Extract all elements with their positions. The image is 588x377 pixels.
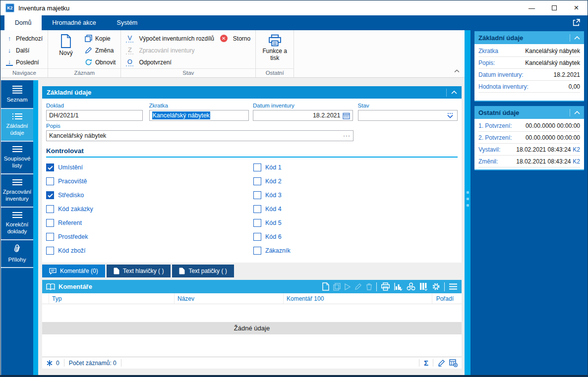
kontrolovat-heading: Kontrolovat (46, 147, 458, 158)
inventory-differences-button[interactable]: V Výpočet inventurních rozdílů (126, 33, 214, 44)
copy-button[interactable]: Kopie (85, 33, 116, 44)
grid-body[interactable]: Žádné údaje (42, 304, 462, 357)
checkbox-icon (46, 219, 54, 227)
info-row: 2. Potvrzení:00.00.0000 00:00:00 (478, 132, 580, 144)
next-label: Další (16, 47, 29, 54)
ribbon-collapse-button[interactable] (454, 66, 460, 75)
functions-print-button[interactable]: Funkce a tisk (261, 33, 289, 67)
arrow-up-icon: ↑ (6, 35, 13, 42)
process-inventory-button[interactable]: Z Zpracování inventury (126, 45, 250, 55)
record-count: Počet záznamů: 0 (69, 360, 117, 367)
sidebar-item-prilohy[interactable]: Přílohy (1, 240, 33, 268)
checkbox-kod-3[interactable]: Kód 3 (253, 191, 291, 199)
checkbox-kod-4[interactable]: Kód 4 (253, 205, 291, 213)
info-panel-other-header[interactable]: Ostatní údaje (474, 106, 584, 119)
checkbox-prostredek[interactable]: Prostředek (46, 233, 253, 241)
tab-text-hlavicky[interactable]: Text hlavičky ( ) (107, 265, 171, 277)
column-typ[interactable]: Typ (49, 293, 175, 304)
stav-input[interactable] (358, 110, 458, 121)
sidebar-item-zakladni-udaje[interactable]: Základní údaje (1, 109, 33, 142)
splitter-handle[interactable] (467, 191, 469, 207)
calendar-icon[interactable] (343, 112, 350, 119)
sidebar-item-seznam[interactable]: Seznam (1, 80, 33, 109)
info-row: Změnil:18.02.2021 08:43:24K2 (478, 156, 580, 167)
new-button[interactable]: Nový (53, 33, 79, 67)
tab-komentare[interactable]: Komentáře (0) (42, 265, 105, 277)
new-record-icon[interactable] (322, 282, 329, 291)
checkbox-pracoviste[interactable]: Pracoviště (46, 177, 253, 185)
more-button[interactable]: ··· (343, 132, 351, 139)
info-label: 2. Potvrzení: (478, 134, 512, 141)
sum-icon[interactable]: Σ (424, 359, 428, 367)
tab-system[interactable]: Systém (107, 15, 148, 30)
last-button[interactable]: ↓Poslední (6, 57, 43, 67)
storno-label: Storno (233, 35, 250, 42)
functions-print-label: Funkce a tisk (261, 48, 289, 62)
collapse-panel-button[interactable] (570, 34, 580, 42)
settings-icon[interactable] (432, 282, 440, 291)
column-poradi[interactable]: Pořadí (432, 293, 462, 304)
dots-dropdown-icon[interactable] (446, 112, 455, 119)
sidebar-label: Základní údaje (1, 123, 33, 137)
chart-icon[interactable] (394, 282, 403, 291)
popis-input[interactable]: Kancelářský nábytek ··· (46, 130, 353, 141)
info-panel-title: Základní údaje (478, 34, 523, 42)
open-external-button[interactable] (572, 18, 581, 29)
sidebar-item-zpracovani-inventury[interactable]: Zpracování inventury (1, 174, 33, 208)
checkbox-kod-5[interactable]: Kód 5 (253, 219, 291, 227)
sidebar-item-soupisove-listy[interactable]: Soupisové listy (1, 142, 33, 174)
info-label: 1. Potvrzení: (478, 122, 512, 129)
datum-input[interactable]: 18.2.2021 (253, 110, 353, 121)
checkbox-kod-1[interactable]: Kód 1 (253, 163, 291, 171)
checkbox-umisteni[interactable]: Umístění (46, 163, 253, 171)
field-stav: Stav (358, 102, 458, 121)
tab-domu[interactable]: Domů (4, 15, 42, 30)
key-v: V (126, 34, 133, 43)
collapse-panel-button[interactable] (570, 109, 580, 116)
collapse-panel-button[interactable] (446, 89, 457, 97)
window-title: Inventura majetku (18, 4, 69, 12)
previous-button[interactable]: ↑Předchozí (6, 33, 43, 44)
info-row: 1. Potvrzení:00.00.0000 00:00:00 (478, 120, 580, 132)
close-button[interactable]: × (565, 0, 588, 15)
sidebar-label: Korekční doklady (1, 221, 33, 235)
checkbox-zakaznik[interactable]: Zákazník (253, 247, 291, 255)
basic-data-panel-header[interactable]: Základní údaje (42, 86, 462, 99)
next-button[interactable]: ↓Další (6, 45, 43, 55)
print-icon[interactable] (381, 282, 390, 291)
sidebar-item-korekcni-doklady[interactable]: Korekční doklady (1, 208, 33, 240)
maximize-button[interactable] (543, 0, 565, 15)
olap-icon[interactable] (407, 282, 415, 291)
tab-hromadne-akce[interactable]: Hromadné akce (42, 15, 106, 30)
column-komentar[interactable]: Komentář 100 (284, 293, 432, 304)
add-table-icon[interactable] (449, 359, 458, 367)
ribbon-tab-band: Domů Hromadné akce Systém (0, 15, 588, 30)
checkbox-icon (253, 233, 261, 241)
checkbox-kod-6[interactable]: Kód 6 (253, 233, 291, 241)
run-icon[interactable] (345, 283, 351, 290)
delete-icon[interactable] (366, 283, 372, 290)
checkbox-kod-2[interactable]: Kód 2 (253, 177, 291, 185)
minimize-button[interactable]: — (521, 0, 543, 15)
refresh-button[interactable]: Obnovit (85, 57, 116, 67)
zkratka-input[interactable]: Kancelářský nábytek (149, 110, 249, 121)
storno-button[interactable]: ✕ Storno (220, 33, 250, 44)
edit-button[interactable]: Změna (85, 45, 116, 55)
checkbox-kod-zakazky[interactable]: Kód zakázky (46, 205, 253, 213)
column-nazev[interactable]: Název (175, 293, 284, 304)
tab-text-paticky[interactable]: Text patičky ( ) (172, 265, 234, 277)
menu-icon[interactable] (449, 283, 458, 290)
checkbox-stredisko[interactable]: Středisko (46, 191, 253, 199)
unconfirm-button[interactable]: O Odpotvrzení (126, 57, 250, 67)
edit-icon[interactable] (354, 283, 362, 290)
panel-splitter[interactable] (465, 30, 470, 375)
k2-user-badge: K2 (573, 158, 580, 165)
checkbox-kod-zbozi[interactable]: Kód zboží (46, 247, 253, 255)
checkbox-referent[interactable]: Referent (46, 219, 253, 227)
copy-record-icon[interactable] (333, 283, 341, 291)
doklad-input[interactable]: DH/2021/1 (46, 110, 143, 121)
columns-icon[interactable] (419, 282, 428, 291)
edit-icon[interactable] (438, 359, 445, 367)
key-z: Z (126, 46, 133, 54)
info-panel-basic-header[interactable]: Základní údaje (474, 31, 584, 44)
